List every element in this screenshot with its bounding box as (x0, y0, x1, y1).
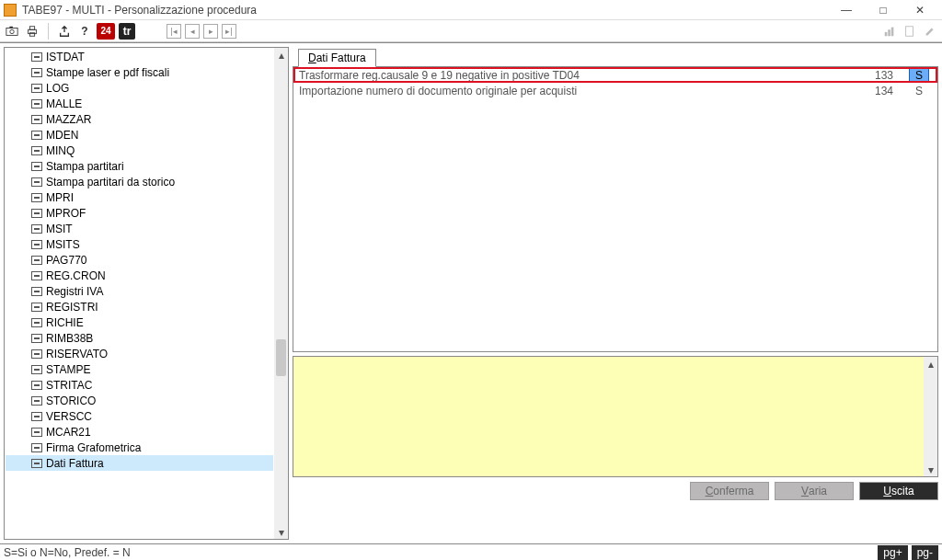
row-value-cell[interactable]: S (901, 85, 937, 97)
svg-rect-0 (6, 28, 17, 35)
tree-item[interactable]: STAMPE (6, 361, 273, 377)
tree-item[interactable]: MCAR21 (6, 424, 273, 440)
tree-item[interactable]: MALLE (6, 96, 273, 111)
scroll-up-icon[interactable]: ▴ (274, 48, 288, 62)
scroll-thumb[interactable] (276, 339, 286, 376)
btn-24[interactable]: 24 (97, 23, 115, 40)
tree-item[interactable]: VERSCC (6, 408, 273, 424)
tree-item[interactable]: Dati Fattura (6, 455, 273, 471)
export-icon[interactable] (56, 23, 73, 40)
tree-item[interactable]: REGISTRI (6, 299, 273, 314)
tree-item-label: PAG770 (46, 254, 86, 267)
tree-item[interactable]: LOG (6, 80, 273, 96)
btn-tr[interactable]: tr (119, 23, 135, 40)
tree-node-icon (31, 115, 42, 124)
pgminus-button[interactable]: pg- (912, 545, 938, 560)
tree-item-label: Registri IVA (46, 285, 103, 298)
tree-item[interactable]: REG.CRON (6, 268, 273, 283)
scroll-down-icon[interactable]: ▾ (274, 525, 288, 539)
tree-item[interactable]: PAG770 (6, 252, 273, 268)
tree-item-label: RICHIE (46, 316, 84, 329)
graph-icon[interactable] (881, 23, 898, 40)
hint-scroll-down-icon[interactable]: ▾ (924, 463, 937, 476)
tree-item-label: REGISTRI (46, 301, 98, 314)
tree-item[interactable]: MPRI (6, 189, 273, 205)
tree-item[interactable]: MDEN (6, 127, 273, 143)
tree-item[interactable]: Firma Grafometrica (6, 440, 273, 455)
settings-grid[interactable]: Trasformare reg.causale 9 e 19 negative … (293, 67, 938, 352)
grid-row[interactable]: Trasformare reg.causale 9 e 19 negative … (293, 67, 937, 83)
print-icon[interactable] (24, 23, 40, 40)
tree-item[interactable]: RICHIE (6, 314, 273, 330)
tree[interactable]: ISTDATStampe laser e pdf fiscaliLOGMALLE… (6, 49, 273, 538)
grid-row[interactable]: Importazione numero di documento origina… (293, 83, 937, 98)
svg-rect-7 (888, 29, 890, 36)
tab-dati-fattura[interactable]: Dati Fattura (298, 49, 376, 67)
tree-node-icon (31, 146, 42, 155)
tree-item-label: STORICO (46, 394, 96, 407)
tree-node-icon (31, 349, 42, 359)
nav-last-icon[interactable]: ▸| (222, 24, 236, 39)
svg-rect-9 (906, 26, 913, 36)
tree-item-label: MSIT (46, 223, 73, 235)
svg-rect-6 (885, 31, 888, 35)
tree-item[interactable]: STRITAC (6, 377, 273, 393)
tree-item-label: STAMPE (46, 363, 90, 376)
tab-accel: D (308, 51, 316, 64)
tree-item[interactable]: MSITS (6, 236, 273, 252)
nav-prev-icon[interactable]: ◂ (185, 24, 200, 39)
tree-item[interactable]: MSIT (6, 221, 273, 236)
tab-label: ati Fattura (316, 51, 366, 64)
tree-item[interactable]: Stampa partitari da storico (6, 174, 273, 189)
svg-rect-4 (29, 26, 34, 29)
tree-node-icon (31, 224, 42, 234)
tree-node-icon (31, 209, 42, 218)
tree-item-label: LOG (46, 82, 69, 95)
maximize-button[interactable]: □ (865, 1, 902, 19)
tree-item[interactable]: STORICO (6, 393, 273, 408)
varia-button[interactable]: Varia (775, 482, 854, 500)
tree-item-label: MPRI (46, 191, 74, 204)
tree-node-icon (31, 131, 42, 140)
tree-item-label: Stampe laser e pdf fiscali (46, 66, 169, 79)
hint-panel: ▴ ▾ (293, 356, 938, 477)
nav-first-icon[interactable]: |◂ (167, 24, 181, 39)
toolbar: ? 24 tr |◂ ◂ ▸ ▸| (0, 20, 942, 42)
help-icon[interactable]: ? (76, 23, 93, 40)
tree-item[interactable]: Registri IVA (6, 283, 273, 299)
tree-node-icon (31, 177, 42, 187)
nav-next-icon[interactable]: ▸ (203, 24, 218, 39)
tree-item-label: RIMB38B (46, 332, 93, 345)
tree-item[interactable]: MAZZAR (6, 111, 273, 127)
minimize-button[interactable]: ― (828, 1, 865, 19)
conferma-button[interactable]: Conferma (690, 482, 769, 500)
tree-item[interactable]: MINQ (6, 143, 273, 158)
camera-icon[interactable] (4, 23, 20, 40)
hint-scrollbar[interactable]: ▴ ▾ (924, 357, 937, 476)
pgplus-button[interactable]: pg+ (878, 545, 907, 560)
tree-item-label: MCAR21 (46, 426, 91, 439)
pencil-icon[interactable] (922, 23, 938, 40)
right-panel: Dati Fattura Trasformare reg.causale 9 e… (293, 47, 938, 540)
hint-scroll-up-icon[interactable]: ▴ (924, 357, 937, 371)
tree-node-icon (31, 84, 42, 93)
titlebar: TABE97 - MULTI - Personalizzazione proce… (0, 0, 942, 20)
tree-node-icon (31, 287, 42, 296)
page-icon[interactable] (902, 23, 918, 40)
tree-item[interactable]: Stampa partitari (6, 158, 273, 174)
tree-item[interactable]: MPROF (6, 205, 273, 221)
tree-item[interactable]: Stampe laser e pdf fiscali (6, 64, 273, 80)
close-button[interactable]: ✕ (902, 1, 938, 19)
tree-item[interactable]: ISTDAT (6, 49, 273, 64)
tree-node-icon (31, 52, 42, 62)
uscita-button[interactable]: Uscita (859, 482, 938, 500)
tree-node-icon (31, 240, 42, 249)
tree-node-icon (31, 381, 42, 390)
tree-item[interactable]: RISERVATO (6, 346, 273, 361)
tree-item-label: MDEN (46, 129, 78, 142)
row-value-cell[interactable]: S (901, 68, 937, 83)
tree-item[interactable]: RIMB38B (6, 330, 273, 346)
tree-scrollbar[interactable]: ▴ ▾ (274, 48, 288, 539)
tree-node-icon (31, 365, 42, 374)
row-value: S (909, 68, 929, 83)
